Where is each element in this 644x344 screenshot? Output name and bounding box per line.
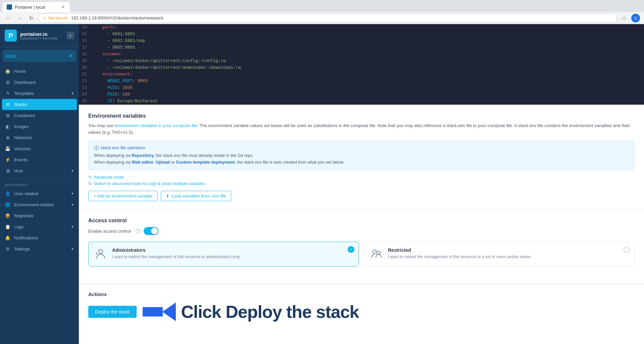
brand-name: portainer.io [20, 31, 57, 37]
sidebar-item-containers-label: Containers [14, 113, 35, 118]
upload-link[interactable]: Upload [156, 160, 170, 165]
access-control-section: Access control Enable access control ? [79, 210, 644, 284]
enable-access-control-row: Enable access control ? [88, 227, 635, 235]
advanced-mode-link[interactable]: ✎ Advanced mode [88, 175, 635, 180]
upload-icon: ⬆ [166, 193, 169, 198]
forward-button[interactable]: → [15, 14, 24, 22]
browser-toolbar: ← → ↻ ⚠ Not secure 192.168.1.18:9000/#!/… [0, 12, 644, 24]
sidebar-item-containers[interactable]: ⊞ Containers [0, 110, 79, 121]
env-close-button[interactable]: ✕ [68, 53, 73, 59]
deploy-stack-button[interactable]: Deploy the stack [88, 306, 137, 318]
admin-card-icon [94, 247, 107, 261]
user-related-arrow-icon: ▼ [71, 192, 74, 195]
profile-button[interactable]: U [631, 14, 640, 22]
sidebar-nav: 🏠 Home ⊞ Dashboard ✎ Templates ▼ ⊟ Stack… [0, 64, 79, 344]
sidebar-item-settings-label: Settings [14, 246, 30, 251]
env-variables-desc: You may use environment variables in you… [88, 122, 635, 135]
access-control-title: Access control [88, 218, 635, 224]
sidebar-item-networks[interactable]: ⊕ Networks [0, 132, 79, 143]
load-env-file-button[interactable]: ⬆ Load variables from .env file [161, 191, 231, 201]
sidebar-item-settings[interactable]: ⚙ Settings ▼ [0, 243, 79, 254]
sidebar-item-templates-label: Templates [14, 91, 34, 96]
sidebar-item-env-related[interactable]: 🌐 Environment-related ▼ [0, 199, 79, 210]
settings-icon: ⚙ [5, 246, 11, 251]
sidebar-item-host[interactable]: 🖥 Host ▼ [0, 165, 79, 176]
sidebar-item-images[interactable]: ◧ Images [0, 121, 79, 132]
code-line-25: 25 TZ: Europe/Bucharest [79, 98, 644, 105]
cycle-icon: ↻ [88, 181, 92, 186]
actions-title: Actions [88, 291, 635, 297]
security-text: Not secure [48, 16, 68, 20]
restricted-card-title: Restricted [388, 247, 531, 253]
logs-icon: 📋 [5, 224, 11, 229]
browser-tab[interactable]: Portainer | local ✕ [3, 2, 70, 12]
sidebar-item-notifications-label: Notifications [14, 235, 38, 240]
templates-icon: ✎ [5, 91, 11, 96]
notifications-icon: 🔔 [5, 235, 11, 240]
sidebar-item-events-label: Events [14, 157, 28, 162]
sidebar-item-images-label: Images [14, 124, 29, 129]
logo-icon: P [5, 30, 17, 42]
sidebar-item-logs[interactable]: 📋 Logs ▼ [0, 221, 79, 232]
sidebar-item-events[interactable]: ⚡ Events [0, 154, 79, 165]
restricted-card-desc: I want to restrict the management of thi… [388, 254, 531, 260]
security-icon: ⚠ [43, 16, 46, 20]
sidebar-item-registries[interactable]: 📦 Registries [0, 210, 79, 221]
web-editor-link[interactable]: Web editor [132, 160, 153, 165]
add-env-variable-button[interactable]: + Add an environment variable [88, 191, 157, 201]
restricted-card-icon [370, 247, 383, 261]
sidebar-item-volumes[interactable]: 💾 Volumes [0, 143, 79, 154]
restricted-card[interactable]: Restricted I want to restrict the manage… [364, 242, 635, 267]
custom-template-link[interactable]: Custom template deployment [176, 160, 235, 165]
edition-label: COMMUNITY EDITION [20, 37, 57, 40]
sidebar-item-user-related-label: User-related [14, 191, 38, 196]
tab-close-button[interactable]: ✕ [60, 4, 66, 10]
repository-link[interactable]: Repository [132, 153, 154, 158]
tab-title: Portainer | local [15, 5, 45, 10]
url-text: 192.168.1.18:9000/#!/2/docker/stacks/new… [71, 15, 163, 20]
environment-selector[interactable]: local ✕ [3, 50, 76, 62]
code-line-19: 19 - /volume1/docker/qbittorrent/config:… [79, 58, 644, 64]
svg-point-0 [99, 249, 103, 253]
logs-arrow-icon: ▼ [71, 225, 74, 229]
settings-arrow-icon: ▼ [71, 247, 74, 251]
bookmark-button[interactable]: ☆ [620, 14, 629, 22]
dashboard-icon: ⊞ [5, 80, 11, 85]
sidebar-item-home[interactable]: 🏠 Home [0, 66, 79, 77]
env-name: local [6, 53, 16, 59]
administrators-card[interactable]: Administrators I want to restrict the ma… [88, 242, 359, 267]
templates-arrow-icon: ▼ [71, 92, 74, 95]
access-control-toggle[interactable] [144, 227, 158, 235]
sidebar-item-dashboard-label: Dashboard [14, 80, 36, 85]
host-icon: 🖥 [5, 168, 11, 173]
sidebar-item-templates[interactable]: ✎ Templates ▼ [0, 88, 79, 99]
stacks-icon: ⊟ [5, 102, 11, 107]
admin-card-checkbox: ✓ [348, 246, 354, 253]
sidebar-item-stacks-label: Stacks [14, 102, 27, 107]
back-button[interactable]: ← [4, 14, 13, 22]
code-line-15: 15 - 6881:6881 [79, 31, 644, 38]
sidebar-item-dashboard[interactable]: ⊞ Dashboard [0, 77, 79, 88]
svg-point-3 [373, 250, 376, 253]
events-icon: ⚡ [5, 157, 11, 162]
sidebar-item-env-related-label: Environment-related [14, 202, 53, 207]
admin-section-label: Administration [0, 179, 79, 188]
sidebar-item-home-label: Home [14, 69, 26, 74]
sidebar-collapse-button[interactable]: « [67, 32, 74, 39]
edit-icon: ✎ [88, 175, 92, 180]
code-line-23: 23 PUID: 1026 [79, 84, 644, 91]
admin-card-title: Administrators [112, 247, 240, 253]
sidebar-item-stacks[interactable]: ⊟ Stacks [2, 99, 77, 110]
advanced-mode-sub-link[interactable]: ↻ Switch to advanced mode to copy & past… [88, 181, 635, 186]
env-variables-link[interactable]: environment variables in your compose fi… [114, 123, 197, 128]
sidebar-item-user-related[interactable]: 👤 User-related ▼ [0, 188, 79, 199]
help-icon: ? [136, 229, 140, 233]
refresh-button[interactable]: ↻ [27, 14, 36, 22]
address-bar[interactable]: ⚠ Not secure 192.168.1.18:9000/#!/2/dock… [38, 13, 617, 23]
sidebar-item-volumes-label: Volumes [14, 146, 31, 151]
sidebar-item-notifications[interactable]: 🔔 Notifications [0, 232, 79, 243]
arrow-head [162, 302, 176, 321]
code-editor: 14 ports: 15 - 6881:6881 16 - 6881:6881/… [79, 24, 644, 105]
info-icon: i [94, 146, 99, 150]
env-variables-section: Environment variables You may use enviro… [79, 105, 644, 209]
